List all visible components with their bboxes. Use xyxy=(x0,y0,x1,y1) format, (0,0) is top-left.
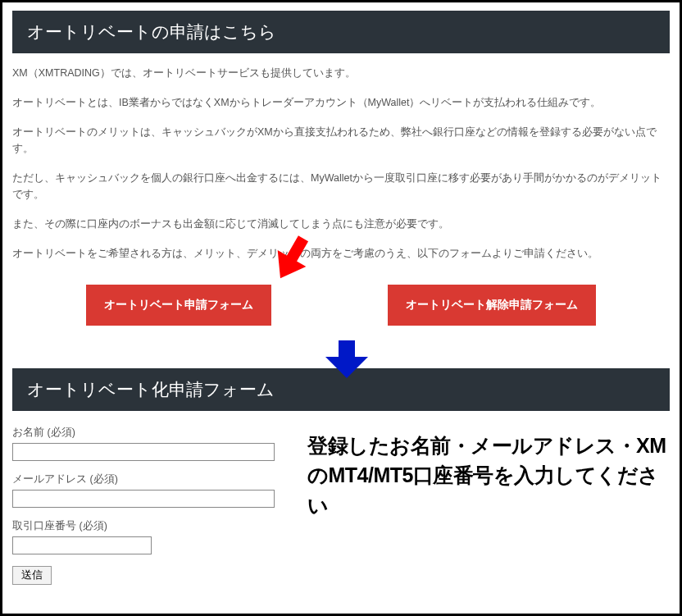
page-frame: オートリベートの申請はこちら XM（XMTRADING）では、オートリベートサー… xyxy=(0,0,682,616)
section1-body: XM（XMTRADING）では、オートリベートサービスも提供しています。 オート… xyxy=(12,65,670,262)
button-row: オートリベート申請フォーム オートリベート解除申請フォーム xyxy=(12,285,670,326)
auto-rebate-apply-button[interactable]: オートリベート申請フォーム xyxy=(86,285,271,326)
section1-title: オートリベートの申請はこちら xyxy=(27,22,276,41)
section2: オートリベート化申請フォーム お名前 (必須) メールアドレス (必須) 取引口… xyxy=(12,368,670,585)
submit-button[interactable]: 送信 xyxy=(12,566,52,585)
form-right: 登録したお名前・メールアドレス・XMのMT4/MT5口座番号を入力してください xyxy=(307,426,670,585)
section1-header: オートリベートの申請はこちら xyxy=(12,11,670,53)
section1-paragraph: オートリベートをご希望される方は、メリット、デメリットの両方をご考慮のうえ、以下… xyxy=(12,245,670,262)
field-email: メールアドレス (必須) xyxy=(12,472,291,508)
callout-text: 登録したお名前・メールアドレス・XMのMT4/MT5口座番号を入力してください xyxy=(307,431,670,520)
section1-paragraph: XM（XMTRADING）では、オートリベートサービスも提供しています。 xyxy=(12,65,670,81)
auto-rebate-cancel-button[interactable]: オートリベート解除申請フォーム xyxy=(388,285,596,326)
page-inner: オートリベートの申請はこちら XM（XMTRADING）では、オートリベートサー… xyxy=(2,2,680,595)
section2-header: オートリベート化申請フォーム xyxy=(12,368,670,411)
section2-title: オートリベート化申請フォーム xyxy=(27,380,275,399)
account-label: 取引口座番号 (必須) xyxy=(12,519,291,533)
email-input[interactable] xyxy=(12,490,275,508)
section1-paragraph: ただし、キャッシュバックを個人の銀行口座へ出金するには、MyWalletから一度… xyxy=(12,170,670,203)
field-name: お名前 (必須) xyxy=(12,426,291,461)
section1-paragraph: オートリベートのメリットは、キャッシュバックがXMから直接支払われるため、弊社へ… xyxy=(12,124,670,157)
name-input[interactable] xyxy=(12,443,275,461)
email-label: メールアドレス (必須) xyxy=(12,472,291,486)
name-label: お名前 (必須) xyxy=(12,426,291,440)
form-left: お名前 (必須) メールアドレス (必須) 取引口座番号 (必須) 送信 xyxy=(12,426,291,585)
form-body: お名前 (必須) メールアドレス (必須) 取引口座番号 (必須) 送信 登録し xyxy=(12,426,670,585)
field-account: 取引口座番号 (必須) xyxy=(12,519,291,554)
section1-paragraph: オートリベートとは、IB業者からではなくXMからトレーダーアカウント（MyWal… xyxy=(12,94,670,111)
section1-paragraph: また、その際に口座内のボーナスも出金額に応じて消滅してしまう点にも注意が必要です… xyxy=(12,216,670,232)
account-input[interactable] xyxy=(12,536,152,554)
